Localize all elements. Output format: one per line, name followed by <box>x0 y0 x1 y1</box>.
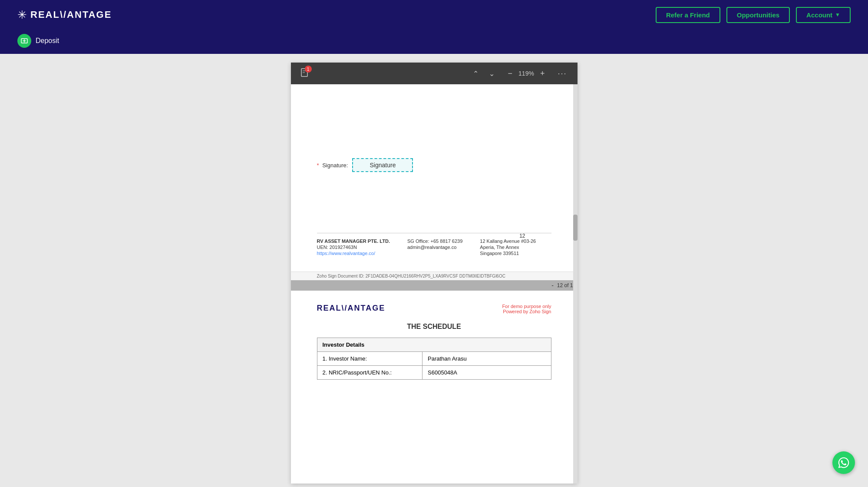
nric-label-cell: 2. NRIC/Passport/UEN No.: <box>317 366 422 380</box>
investor-details-table: Investor Details 1. Investor Name: Parat… <box>317 338 551 380</box>
website-link[interactable]: https://www.realvantage.co/ <box>317 251 390 256</box>
pdf-viewer: 1 ⌃ ⌄ − 119% + ··· * Signature: <box>291 63 578 484</box>
required-star: * <box>317 162 319 169</box>
logo: ✳ REAL\/ANTAGE <box>17 8 112 22</box>
logo-snowflake-icon: ✳ <box>17 8 27 22</box>
pdf-page-2: REAL\/ANTAGE For demo purpose only Power… <box>291 291 578 421</box>
nric-value-cell: S6005048A <box>422 366 551 380</box>
collapse-page-button[interactable]: - <box>551 282 554 289</box>
footer-col-address: 12 Kallang Avenue #03-26 Aperia, The Ann… <box>480 239 536 256</box>
opportunities-button[interactable]: Opportunities <box>726 7 790 23</box>
pdf-navigation: ⌃ ⌄ <box>469 68 498 80</box>
row1-number: 1. <box>323 355 327 362</box>
investor-name-value: Parathan Arasu <box>428 355 467 362</box>
signature-label: * Signature: <box>317 162 348 169</box>
nric-value: S6005048A <box>428 369 457 376</box>
page-number: 12 <box>519 233 525 239</box>
email: admin@realvantage.co <box>407 245 462 250</box>
table-row: 1. Investor Name: Parathan Arasu <box>317 352 551 366</box>
powered-by: Powered by Zoho Sign <box>502 309 551 314</box>
deposit-icon <box>17 34 31 48</box>
investor-name-value-cell: Parathan Arasu <box>422 352 551 366</box>
row2-number: 2. <box>323 369 327 376</box>
zoho-sign-id: Zoho Sign Document ID: 2F1DADEB-04QHU216… <box>291 272 578 280</box>
zoom-in-button[interactable]: + <box>538 68 548 79</box>
for-demo-line1: For demo purpose only <box>502 304 551 309</box>
bookmarks-badge: 1 <box>305 66 312 73</box>
main-content: 1 ⌃ ⌄ − 119% + ··· * Signature: <box>0 54 868 487</box>
nric-label: NRIC/Passport/UEN No.: <box>329 369 392 376</box>
zoom-level: 119% <box>518 70 535 77</box>
investor-name-label: Investor Name: <box>329 355 367 362</box>
signature-row: * Signature: Signature <box>317 158 551 172</box>
scrollbar-track[interactable] <box>573 84 578 484</box>
account-button[interactable]: Account ▼ <box>796 7 851 23</box>
demo-notice: For demo purpose only Powered by Zoho Si… <box>502 304 551 314</box>
company-name: RV ASSET MANAGER PTE. LTD. <box>317 239 390 244</box>
page-separator-bar: - 12 of 1 <box>291 280 578 291</box>
main-header: ✳ REAL\/ANTAGE Refer a Friend Opportunit… <box>0 0 868 30</box>
page-info: 12 of 1 <box>557 282 573 288</box>
investor-name-label-cell: 1. Investor Name: <box>317 352 422 366</box>
prev-page-button[interactable]: ⌃ <box>469 68 482 80</box>
table-header-cell: Investor Details <box>317 338 551 352</box>
table-row: 2. NRIC/Passport/UEN No.: S6005048A <box>317 366 551 380</box>
footer-info: RV ASSET MANAGER PTE. LTD. UEN: 20192746… <box>317 239 551 256</box>
zoom-out-button[interactable]: − <box>505 68 515 79</box>
schedule-title: THE SCHEDULE <box>317 323 551 331</box>
bookmarks-button[interactable]: 1 <box>298 66 311 80</box>
logo-text: REAL\/ANTAGE <box>30 9 112 20</box>
pdf-toolbar: 1 ⌃ ⌄ − 119% + ··· <box>291 63 578 84</box>
footer-col-company: RV ASSET MANAGER PTE. LTD. UEN: 20192746… <box>317 239 390 256</box>
address-line2: Aperia, The Annex <box>480 245 536 250</box>
more-options-button[interactable]: ··· <box>554 67 570 80</box>
header-buttons: Refer a Friend Opportunities Account ▼ <box>656 7 851 23</box>
account-chevron-icon: ▼ <box>835 12 840 18</box>
table-header-row: Investor Details <box>317 338 551 352</box>
address-line3: Singapore 339511 <box>480 251 536 256</box>
refer-friend-button[interactable]: Refer a Friend <box>656 7 720 23</box>
whatsapp-button[interactable] <box>832 451 855 474</box>
sg-office: SG Office: +65 8817 6239 <box>407 239 462 244</box>
scrollbar-thumb[interactable] <box>573 215 578 241</box>
deposit-label: Deposit <box>36 37 59 45</box>
zoom-controls: − 119% + <box>505 68 547 79</box>
uen: UEN: 201927463N <box>317 245 390 250</box>
page2-logo: REAL\/ANTAGE <box>317 304 386 313</box>
pdf-page-1: * Signature: Signature 12 RV ASSET MANAG… <box>291 84 578 269</box>
next-page-button[interactable]: ⌄ <box>485 68 498 80</box>
sub-header: Deposit <box>0 30 868 54</box>
address-line1: 12 Kallang Avenue #03-26 <box>480 239 536 244</box>
signature-input-field[interactable]: Signature <box>352 158 413 172</box>
account-label: Account <box>806 11 832 19</box>
footer-col-contact: SG Office: +65 8817 6239 admin@realvanta… <box>407 239 462 256</box>
